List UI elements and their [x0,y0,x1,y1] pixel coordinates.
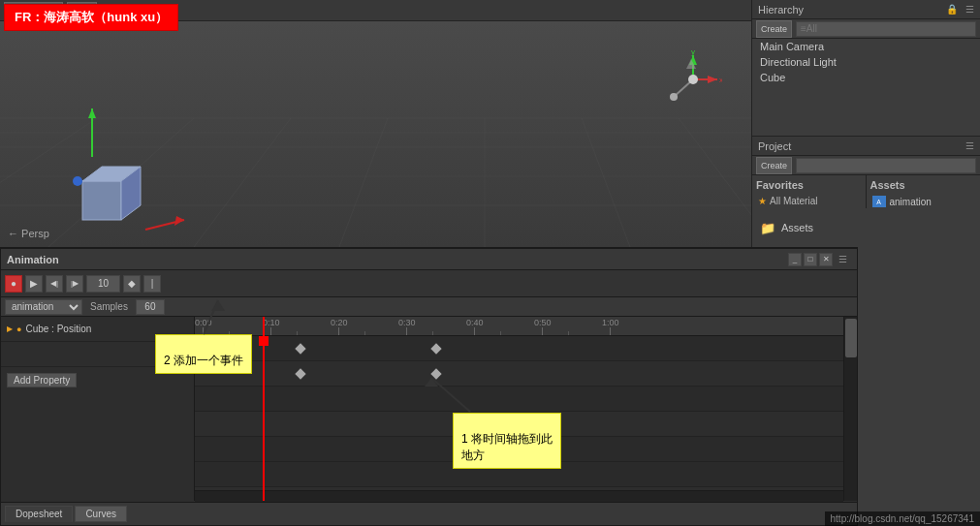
fav-material-label: All Material [770,196,817,206]
timeline-row-2 [195,361,857,387]
track-label: Cube : Position [25,324,91,334]
animation-header: Animation _ □ ✕ ☰ [1,249,857,270]
play-button[interactable]: ▶ [25,275,43,293]
ruler-line-3 [406,327,407,335]
keyframe-1b[interactable] [430,343,441,354]
project-create-btn[interactable]: Create [756,157,792,174]
ruler-small-tick-1 [297,331,298,335]
ruler-line-5 [542,327,543,335]
hierarchy-lock[interactable]: 🔒 [946,4,958,15]
animation-title: Animation [7,254,59,265]
svg-point-28 [670,93,678,101]
annotation-drag-timeline: 1 将时间轴拖到此 地方 [453,413,561,469]
animation-menu-btn[interactable]: ☰ [838,254,847,264]
ruler-tick-4: 0:40 [466,318,484,335]
track-dot-icon: ● [16,325,21,334]
svg-point-29 [688,75,698,84]
record-button[interactable]: ● [5,275,22,293]
project-menu[interactable]: ☰ [965,140,974,151]
timeline-h-scroll[interactable] [195,490,843,502]
favorites-header: Favorites [756,179,862,191]
svg-text:y: y [691,50,695,56]
ruler-line-2 [338,327,339,335]
axis-gizmo: y x [664,50,722,110]
maximize-btn[interactable]: □ [804,253,817,266]
hierarchy-item-light[interactable]: Directional Light [752,54,980,70]
assets-folder-row[interactable]: 📁 Assets [751,208,980,247]
curves-tab[interactable]: Curves [75,506,127,522]
project-header: Project ☰ [752,137,980,156]
timeline-right: 0:00 0:10 0:20 0:30 0:40 [195,317,857,501]
assets-header: Assets [870,179,977,191]
close-btn[interactable]: ✕ [819,253,833,266]
samples-input[interactable] [136,299,165,315]
minimize-btn[interactable]: _ [788,253,802,266]
scrollbar-thumb[interactable] [845,319,857,357]
timeline-scrollbar[interactable] [843,317,857,501]
scene-3d-viewport[interactable]: y x ← Persp [0,21,751,247]
dopesheet-tab[interactable]: Dopesheet [5,506,73,522]
assets-folder-label: Assets [781,222,813,233]
ruler-small-tick-4 [500,331,501,335]
bottom-watermark: http://blog.csdn.net/qq_15267341 [825,511,980,526]
add-event-button[interactable]: | [143,275,161,293]
ruler-small-tick-3 [432,331,433,335]
clip-select[interactable]: animation [5,299,82,315]
fav-all-material[interactable]: ★ All Material [756,195,862,207]
next-frame-button[interactable]: |▶ [66,275,83,293]
persp-label: ← Persp [8,228,49,239]
timeline-ruler: 0:00 0:10 0:20 0:30 0:40 [195,317,857,336]
svg-rect-13 [82,181,121,220]
add-property-button[interactable]: Add Property [7,373,77,387]
svg-text:x: x [719,76,722,84]
scene-area: Gizmos ▼ ≡All FR：海涛高软（hunk xu） [0,0,751,247]
watermark-label: FR：海涛高软（hunk xu） [4,4,178,31]
ruler-small-tick-5 [568,331,569,335]
hierarchy-panel: Hierarchy 🔒 ☰ Create Main Camera Directi… [751,0,980,136]
animation-asset-icon: A [872,196,886,207]
animation-panel: Animation _ □ ✕ ☰ ● ▶ ◀| |▶ ◆ | animatio… [0,247,858,526]
ruler-tick-6: 1:00 [602,318,619,335]
ruler-line-1 [270,327,271,335]
track-expand-icon: ▶ [7,325,13,333]
project-toolbar: Create [752,156,980,175]
asset-animation[interactable]: A animation [870,195,977,208]
ruler-tick-2: 0:20 [331,318,348,335]
prev-frame-button[interactable]: ◀| [46,275,63,293]
scene-grid [0,21,751,247]
hierarchy-search[interactable] [796,21,976,37]
keyframe-2a[interactable] [295,368,305,379]
ruler-tick-5: 0:50 [534,318,552,335]
ruler-small-tick-2 [364,331,365,335]
hierarchy-item-camera[interactable]: Main Camera [752,39,980,54]
hierarchy-menu[interactable]: ☰ [965,4,974,15]
ruler-line-6 [610,327,611,335]
star-icon: ★ [758,196,767,206]
keyframe-1a[interactable] [295,343,305,354]
animation-clip-row: animation Samples [1,297,857,317]
hierarchy-header: Hierarchy 🔒 ☰ [752,0,980,19]
keyframe-2b[interactable] [430,368,441,379]
timeline-area: ▶ ● Cube : Position Add Property 0:00 0:… [1,317,857,501]
svg-marker-25 [708,76,717,83]
hierarchy-create-btn[interactable]: Create [756,20,792,38]
ruler-tick-1: 0:10 [263,318,280,335]
asset-animation-label: animation [890,197,932,207]
samples-label: Samples [90,301,128,312]
ruler-line-4 [474,327,475,335]
project-title: Project [758,140,791,152]
hierarchy-item-cube[interactable]: Cube [752,70,980,85]
ruler-tick-3: 0:30 [398,318,416,335]
animation-bottom-tabs: Dopesheet Curves [1,502,857,525]
ruler-tick-0: 0:00 [195,318,212,335]
animation-controls: ● ▶ ◀| |▶ ◆ | [1,270,857,297]
project-search[interactable] [796,158,976,173]
annotation-add-event: 2 添加一个事件 [155,334,252,374]
add-keyframe-button[interactable]: ◆ [123,275,141,293]
hierarchy-toolbar: Create [752,19,980,39]
timeline-row-1 [195,336,857,361]
hierarchy-title: Hierarchy [758,4,804,15]
timeline-row-3 [195,387,857,412]
animation-window-controls: _ □ ✕ [788,253,833,266]
frame-input[interactable] [86,275,120,293]
